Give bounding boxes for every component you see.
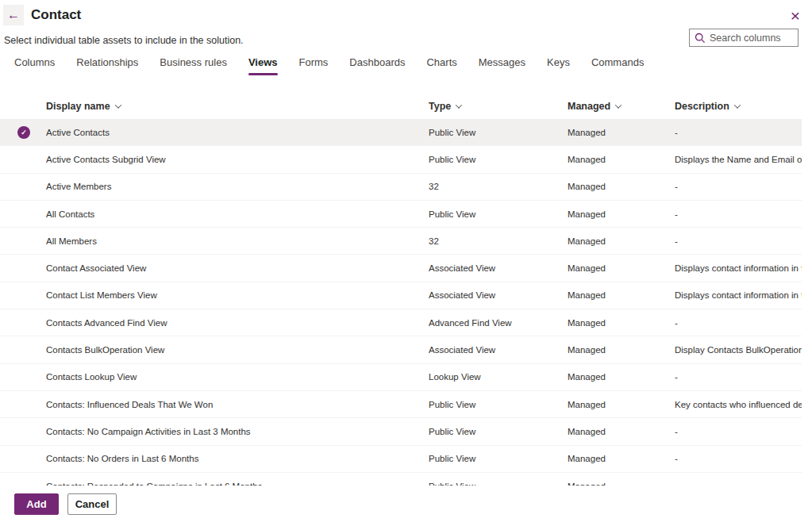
cell-type: Public View: [429, 155, 568, 164]
cell-managed: Managed: [568, 427, 675, 436]
cell-type: Lookup View: [429, 372, 568, 382]
footer: Add Cancel: [0, 486, 812, 522]
column-header-label: Type: [429, 101, 451, 112]
table-row[interactable]: Contacts: No Campaign Activities in Last…: [0, 418, 802, 445]
cell-type: 32: [429, 182, 568, 191]
cell-description: Displays contact information in the Mem: [675, 290, 802, 300]
tab-columns[interactable]: Columns: [14, 56, 55, 75]
column-header-label: Display name: [46, 101, 110, 112]
cell-description: -: [675, 427, 802, 436]
table-row[interactable]: Contacts: Influenced Deals That We WonPu…: [0, 391, 802, 418]
cell-description: Displays contact information in the deta: [675, 263, 802, 273]
add-button[interactable]: Add: [14, 493, 59, 515]
tab-forms[interactable]: Forms: [299, 56, 329, 75]
tab-label: Messages: [479, 56, 525, 68]
tab-keys[interactable]: Keys: [547, 56, 570, 75]
table-row[interactable]: Contacts Advanced Find ViewAdvanced Find…: [0, 309, 802, 336]
cell-display-name: Contacts BulkOperation View: [46, 345, 429, 355]
chevron-down-icon: [615, 102, 622, 108]
tab-label: Forms: [299, 56, 329, 68]
tab-views[interactable]: Views: [248, 56, 278, 75]
cell-managed: Managed: [568, 128, 675, 137]
table-row[interactable]: Contact Associated ViewAssociated ViewMa…: [0, 255, 802, 282]
chevron-down-icon: [114, 102, 121, 108]
tab-dashboards[interactable]: Dashboards: [349, 56, 405, 75]
cell-description: -: [675, 318, 802, 328]
cell-display-name: Contacts Advanced Find View: [46, 318, 429, 328]
cell-type: Public View: [429, 454, 568, 463]
table-row[interactable]: ✓Active ContactsPublic ViewManaged-: [0, 119, 802, 146]
table-row[interactable]: Contact List Members ViewAssociated View…: [0, 282, 802, 309]
row-selected-check[interactable]: ✓: [0, 126, 46, 139]
cell-display-name: Contacts: Influenced Deals That We Won: [46, 400, 429, 409]
cell-managed: Managed: [568, 345, 675, 355]
cell-type: Public View: [429, 128, 568, 137]
chevron-down-icon: [456, 102, 462, 108]
table-body: ✓Active ContactsPublic ViewManaged-Activ…: [0, 119, 802, 500]
table-row[interactable]: Contacts: No Orders in Last 6 MonthsPubl…: [0, 446, 802, 473]
cell-managed: Managed: [568, 263, 675, 273]
cell-description: -: [675, 182, 802, 191]
table-row[interactable]: All ContactsPublic ViewManaged-: [0, 201, 802, 228]
search-input[interactable]: [710, 33, 793, 44]
table-row[interactable]: Active Contacts Subgrid ViewPublic ViewM…: [0, 146, 802, 173]
cell-managed: Managed: [568, 155, 675, 164]
column-header-display-name[interactable]: Display name: [46, 101, 429, 112]
tab-label: Dashboards: [349, 56, 405, 68]
table-row[interactable]: Active Members32Managed-: [0, 174, 802, 201]
cancel-button[interactable]: Cancel: [67, 493, 117, 515]
cell-description: Key contacts who influenced deals that: [675, 400, 802, 409]
cell-display-name: All Members: [46, 236, 429, 246]
search-box: [689, 29, 799, 47]
back-arrow-icon: ←: [7, 9, 20, 21]
cell-type: Public View: [429, 209, 568, 219]
column-header-managed[interactable]: Managed: [568, 101, 675, 112]
column-header-label: Description: [675, 101, 729, 112]
cell-description: -: [675, 128, 802, 137]
close-button[interactable]: ×: [787, 6, 804, 24]
tab-label: Charts: [426, 56, 456, 68]
tab-charts[interactable]: Charts: [426, 56, 456, 75]
topbar: ← Contact: [3, 5, 81, 25]
tab-commands[interactable]: Commands: [591, 56, 644, 75]
table-row[interactable]: All Members32Managed-: [0, 228, 802, 255]
cell-type: Associated View: [429, 290, 568, 300]
cell-managed: Managed: [568, 236, 675, 246]
column-header-description[interactable]: Description: [675, 101, 802, 112]
table-row[interactable]: Contacts Lookup ViewLookup ViewManaged-: [0, 364, 802, 391]
cell-type: Associated View: [429, 345, 568, 355]
cell-description: Displays the Name and Email of active co: [675, 155, 802, 164]
cell-display-name: All Contacts: [46, 209, 429, 219]
cell-managed: Managed: [568, 400, 675, 409]
cell-managed: Managed: [568, 372, 675, 382]
tab-label: Relationships: [76, 56, 138, 68]
cell-type: Associated View: [429, 263, 568, 273]
table-row[interactable]: Contacts BulkOperation ViewAssociated Vi…: [0, 336, 802, 363]
cell-managed: Managed: [568, 209, 675, 219]
chevron-down-icon: [734, 102, 741, 108]
tab-business-rules[interactable]: Business rules: [160, 56, 227, 75]
search-icon: [695, 33, 706, 44]
cell-type: Public View: [429, 400, 568, 409]
back-button[interactable]: ←: [3, 5, 24, 25]
cell-description: -: [675, 454, 802, 463]
cell-managed: Managed: [568, 182, 675, 191]
tab-label: Keys: [547, 56, 570, 68]
table-header: Display nameTypeManagedDescription: [0, 94, 802, 119]
cell-managed: Managed: [568, 290, 675, 300]
cell-managed: Managed: [568, 454, 675, 463]
tab-relationships[interactable]: Relationships: [76, 56, 138, 75]
page-title: Contact: [31, 7, 81, 23]
column-header-type[interactable]: Type: [429, 101, 568, 112]
cell-display-name: Contacts Lookup View: [46, 372, 429, 382]
tab-messages[interactable]: Messages: [479, 56, 525, 75]
cell-type: Public View: [429, 427, 568, 436]
tab-label: Commands: [591, 56, 644, 68]
tabs: ColumnsRelationshipsBusiness rulesViewsF…: [14, 56, 644, 75]
cell-description: -: [675, 372, 802, 382]
close-icon: ×: [791, 7, 800, 24]
cell-display-name: Contact Associated View: [46, 263, 429, 273]
tab-label: Business rules: [160, 56, 227, 68]
cell-managed: Managed: [568, 318, 675, 328]
cell-description: -: [675, 236, 802, 246]
